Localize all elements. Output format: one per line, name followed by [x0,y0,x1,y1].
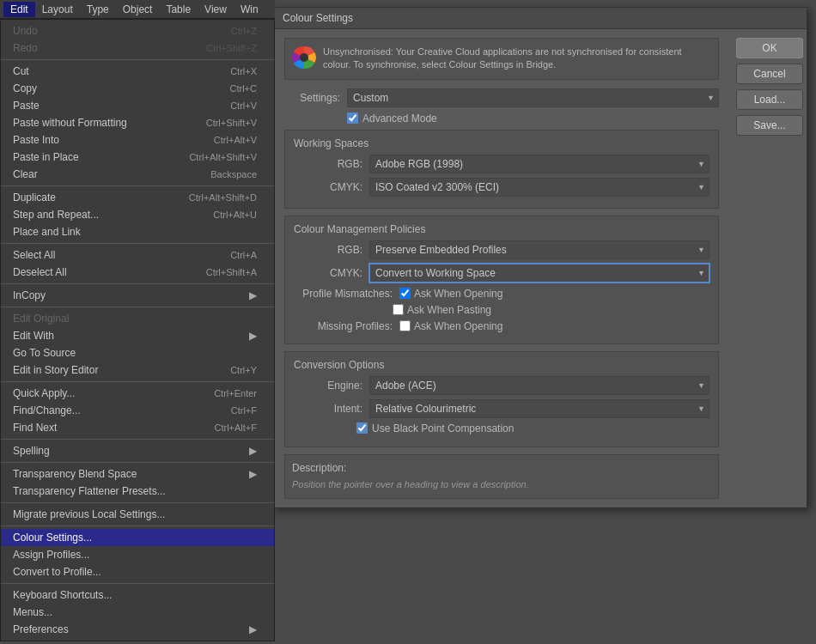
menu-item-go-to-source[interactable]: Go To Source [1,344,274,361]
separator-6 [1,381,274,382]
separator-2 [1,185,274,186]
separator-1 [1,59,274,60]
preferences-arrow-icon: ▶ [249,623,257,635]
menu-item-paste[interactable]: Paste Ctrl+V [1,97,274,114]
menu-item-incopy[interactable]: InCopy ▶ [1,287,274,304]
working-spaces-cmyk-select[interactable]: ISO Coated v2 300% (ECI) U.S. Web Coated… [369,178,709,197]
working-spaces-title: Working Spaces [294,137,709,149]
colour-management-section: Colour Management Policies RGB: Preserve… [284,216,719,344]
intent-row: Intent: Relative Colourimetric Perceptua… [294,399,709,418]
menu-item-place-link[interactable]: Place and Link [1,223,274,240]
ask-when-pasting-label[interactable]: Ask When Pasting [407,304,491,316]
menu-item-step-repeat[interactable]: Step and Repeat... Ctrl+Alt+U [1,206,274,223]
menu-item-transparency-flattener[interactable]: Transparency Flattener Presets... [1,483,274,500]
settings-select[interactable]: Custom Europe General Purpose 3 Europe P… [347,88,719,107]
menu-item-quick-apply[interactable]: Quick Apply... Ctrl+Enter [1,385,274,402]
menu-item-edit-story-editor[interactable]: Edit in Story Editor Ctrl+Y [1,361,274,379]
intent-select-wrapper: Relative Colourimetric Perceptual Satura… [369,399,709,418]
menu-item-convert-profile[interactable]: Convert to Profile... [1,563,274,580]
missing-profiles-label: Missing Profiles: [294,320,393,332]
colour-management-cmyk-select[interactable]: Convert to Working Space Preserve Embedd… [369,264,709,283]
settings-label: Settings: [284,92,340,104]
conversion-options-title: Conversion Options [294,359,709,371]
colour-management-rgb-label: RGB: [294,244,362,256]
menu-item-find-next[interactable]: Find Next Ctrl+Alt+F [1,419,274,436]
incopy-arrow-icon: ▶ [249,289,257,301]
menu-layout[interactable]: Layout [35,2,80,17]
menu-item-select-all[interactable]: Select All Ctrl+A [1,246,274,264]
menu-item-edit-original[interactable]: Edit Original [1,310,274,327]
advanced-mode-checkbox[interactable] [347,112,358,124]
missing-ask-when-opening-label[interactable]: Ask When Opening [414,320,502,332]
menu-item-menus[interactable]: Menus... [1,604,274,621]
menu-item-paste-into[interactable]: Paste Into Ctrl+Alt+V [1,131,274,149]
menu-item-spelling[interactable]: Spelling ▶ [1,442,274,459]
black-point-row: Use Black Point Compensation [356,422,709,434]
menu-item-edit-with[interactable]: Edit With ▶ [1,327,274,344]
menu-item-paste-without-formatting[interactable]: Paste without Formatting Ctrl+Shift+V [1,114,274,131]
cancel-button[interactable]: Cancel [736,64,803,84]
menu-item-paste-in-place[interactable]: Paste in Place Ctrl+Alt+Shift+V [1,149,274,166]
dialog-titlebar: Colour Settings [274,8,807,29]
dialog-main: Unsynchronised: Your Creative Cloud appl… [274,29,729,507]
menu-item-find-change[interactable]: Find/Change... Ctrl+F [1,402,274,419]
menu-object[interactable]: Object [116,2,160,17]
ask-when-pasting-checkbox[interactable] [393,304,404,315]
colour-management-rgb-row: RGB: Preserve Embedded Profiles Convert … [294,240,709,259]
dialog-buttons: OK Cancel Load... Save... [729,29,807,507]
working-spaces-cmyk-label: CMYK: [294,181,362,193]
creative-cloud-icon [292,46,316,70]
description-text: Position the pointer over a heading to v… [292,478,711,491]
menu-view[interactable]: View [198,2,234,17]
menu-type[interactable]: Type [80,2,116,17]
menu-item-redo[interactable]: Redo Ctrl+Shift+Z [1,39,274,57]
save-button[interactable]: Save... [736,115,803,136]
menu-item-duplicate[interactable]: Duplicate Ctrl+Alt+Shift+D [1,189,274,206]
working-spaces-rgb-wrapper: Adobe RGB (1998) sRGB IEC61966-2.1 ProPh… [369,155,709,173]
load-button[interactable]: Load... [736,89,803,110]
svg-point-1 [300,53,308,62]
colour-management-rgb-select[interactable]: Preserve Embedded Profiles Convert to Wo… [369,240,709,259]
profile-mismatches-row: Profile Mismatches: Ask When Opening [294,288,709,300]
policy-checkboxes: Profile Mismatches: Ask When Opening Ask… [294,288,709,332]
separator-10 [1,526,274,526]
menu-item-deselect-all[interactable]: Deselect All Ctrl+Shift+A [1,264,274,281]
black-point-label[interactable]: Use Black Point Compensation [372,422,514,434]
engine-select[interactable]: Adobe (ACE) Apple CMM [369,376,709,395]
menu-table[interactable]: Table [159,2,198,17]
working-spaces-rgb-row: RGB: Adobe RGB (1998) sRGB IEC61966-2.1 … [294,155,709,173]
description-box: Description: Position the pointer over a… [284,454,719,499]
menu-item-undo[interactable]: Undo Ctrl+Z [1,22,274,39]
menu-item-preferences[interactable]: Preferences ▶ [1,621,274,638]
menu-edit[interactable]: Edit [3,2,35,17]
menu-item-assign-profiles[interactable]: Assign Profiles... [1,546,274,563]
menu-item-keyboard-shortcuts[interactable]: Keyboard Shortcuts... [1,586,274,604]
menu-item-migrate[interactable]: Migrate previous Local Settings... [1,506,274,523]
separator-4 [1,283,274,284]
sync-warning: Unsynchronised: Your Creative Cloud appl… [284,38,719,80]
ok-button[interactable]: OK [736,38,803,58]
black-point-checkbox[interactable] [356,422,368,434]
ask-when-opening-checkbox[interactable] [399,288,411,299]
ask-when-opening-label[interactable]: Ask When Opening [414,288,502,300]
colour-management-title: Colour Management Policies [294,223,709,235]
conversion-options-section: Conversion Options Engine: Adobe (ACE) A… [284,351,719,447]
working-spaces-rgb-select[interactable]: Adobe RGB (1998) sRGB IEC61966-2.1 ProPh… [369,155,709,173]
menu-item-cut[interactable]: Cut Ctrl+X [1,63,274,80]
menu-bar: Edit Layout Type Object Table View Win [0,0,275,19]
menu-win[interactable]: Win [234,2,265,17]
menu-item-transparency-blend[interactable]: Transparency Blend Space ▶ [1,465,274,483]
separator-5 [1,307,274,307]
colour-management-cmyk-wrapper: Convert to Working Space Preserve Embedd… [369,264,709,283]
advanced-mode-label[interactable]: Advanced Mode [362,112,437,125]
intent-select[interactable]: Relative Colourimetric Perceptual Satura… [369,399,709,418]
menu-item-colour-settings[interactable]: Colour Settings... [1,529,274,546]
menu-item-copy[interactable]: Copy Ctrl+C [1,80,274,97]
missing-ask-when-opening-checkbox[interactable] [399,320,411,331]
dialog-title: Colour Settings [283,12,353,24]
menu-item-clear[interactable]: Clear Backspace [1,166,274,183]
separator-11 [1,583,274,584]
engine-label: Engine: [294,380,362,392]
description-title: Description: [292,462,711,474]
colour-management-rgb-wrapper: Preserve Embedded Profiles Convert to Wo… [369,240,709,259]
